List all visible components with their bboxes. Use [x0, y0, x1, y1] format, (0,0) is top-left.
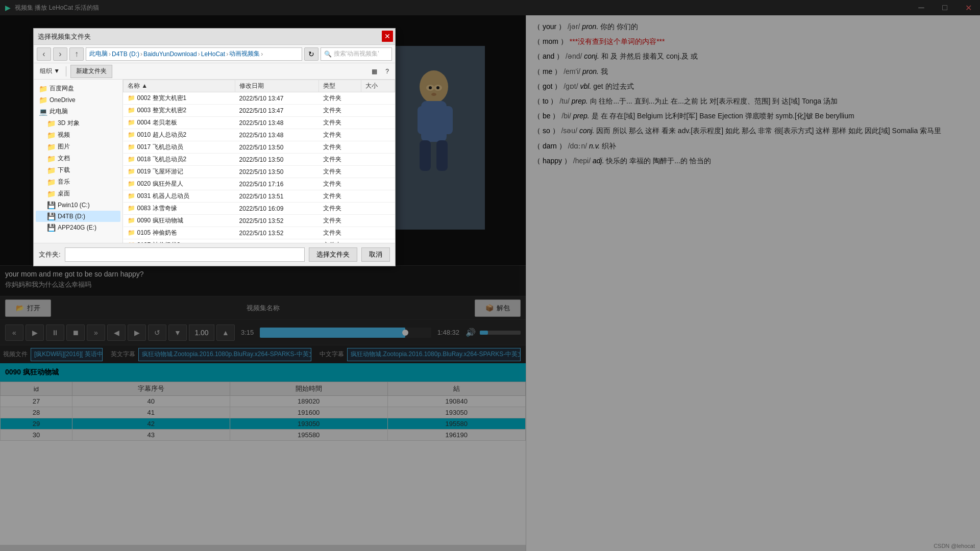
file-row[interactable]: 📁0083 冰雪奇缘 2022/5/10 16:09 文件夹 [124, 203, 395, 215]
toolbar-separator [66, 66, 66, 77]
file-date: 2022/5/10 13:52 [235, 239, 319, 243]
file-date: 2022/5/10 13:50 [235, 141, 319, 154]
col-size[interactable]: 大小 [361, 80, 395, 92]
file-date: 2022/5/10 16:09 [235, 203, 319, 215]
bc-drive[interactable]: D4TB (D:) [112, 51, 139, 58]
view-icon[interactable]: ▦ [370, 67, 379, 76]
tree-item[interactable]: 📁OneDrive [36, 94, 120, 106]
tree-icon: 📁 [39, 85, 47, 93]
tree-item[interactable]: 📁桌面 [36, 188, 120, 199]
tree-label: 桌面 [58, 189, 70, 198]
file-type: 文件夹 [319, 141, 361, 154]
file-list[interactable]: 名称 ▲ 修改日期 类型 大小 📁0002 整宽大机密1 2022/5/10 1… [123, 80, 395, 243]
dialog-body: 📁百度网盘📁OneDrive💻此电脑📁3D 对象📁视频📁图片📁文档📁下载📁音乐📁… [34, 80, 395, 243]
file-row[interactable]: 📁0019 飞屋环游记 2022/5/10 13:50 文件夹 [124, 166, 395, 178]
dialog-footer: 文件夹: 选择文件夹 取消 [34, 243, 395, 266]
tree-item[interactable]: 💾Pwin10 (C:) [36, 199, 120, 211]
tree-label: APP240G (E:) [58, 224, 96, 231]
dialog-toolbar: 组织 ▼ 新建文件夹 ▦ ? [34, 63, 395, 80]
file-size [361, 178, 395, 190]
bc-computer[interactable]: 此电脑 [89, 49, 108, 58]
tree-item[interactable]: 📁图片 [36, 141, 120, 153]
tree-icon: 📁 [47, 131, 56, 139]
file-row[interactable]: 📁0004 老贝老板 2022/5/10 13:48 文件夹 [124, 117, 395, 129]
bc-baidu[interactable]: BaiduYunDownload [143, 51, 197, 58]
tree-icon: 📁 [47, 119, 56, 128]
bc-lehocat[interactable]: LeHoCat [201, 51, 225, 58]
file-size [361, 166, 395, 178]
file-row[interactable]: 📁0031 机器人总动员 2022/5/10 13:51 文件夹 [124, 190, 395, 203]
tree-item[interactable]: 📁文档 [36, 153, 120, 164]
folder-select-dialog: 选择视频集文件夹 ✕ ‹ › ↑ 此电脑 › D4TB (D:) › Baidu… [33, 28, 396, 266]
file-size [361, 92, 395, 105]
file-date: 2022/5/10 13:52 [235, 215, 319, 227]
file-row[interactable]: 📁0002 整宽大机密1 2022/5/10 13:47 文件夹 [124, 92, 395, 105]
col-name[interactable]: 名称 ▲ [124, 80, 235, 92]
select-folder-button[interactable]: 选择文件夹 [309, 247, 357, 262]
tree-icon: 📁 [47, 143, 56, 151]
nav-back-button[interactable]: ‹ [37, 47, 51, 61]
file-size [361, 239, 395, 243]
tree-icon: 💾 [47, 212, 56, 220]
file-date: 2022/5/10 13:47 [235, 92, 319, 105]
tree-icon: 💾 [47, 223, 56, 232]
tree-item[interactable]: 📁下载 [36, 164, 120, 176]
file-type: 文件夹 [319, 92, 361, 105]
file-row[interactable]: 📁0020 疯狂外星人 2022/5/10 17:16 文件夹 [124, 178, 395, 190]
col-date[interactable]: 修改日期 [235, 80, 319, 92]
refresh-button[interactable]: ↻ [304, 47, 318, 61]
tree-item[interactable]: 📁3D 对象 [36, 117, 120, 129]
tree-label: 图片 [58, 142, 70, 151]
nav-up-button[interactable]: ↑ [69, 47, 84, 61]
dialog-overlay: 选择视频集文件夹 ✕ ‹ › ↑ 此电脑 › D4TB (D:) › Baidu… [0, 0, 980, 551]
search-box[interactable]: 🔍 搜索'动画视频集' [321, 47, 392, 61]
file-date: 2022/5/10 13:47 [235, 105, 319, 117]
new-folder-button[interactable]: 新建文件夹 [70, 65, 112, 78]
tree-label: D4TB (D:) [58, 213, 85, 220]
search-placeholder: 搜索'动画视频集' [334, 49, 379, 58]
file-row[interactable]: 📁0017 飞机总动员 2022/5/10 13:50 文件夹 [124, 141, 395, 154]
file-type: 文件夹 [319, 105, 361, 117]
file-row[interactable]: 📁0003 整宽大机密2 2022/5/10 13:47 文件夹 [124, 105, 395, 117]
tree-item[interactable]: 📁百度网盘 [36, 83, 120, 94]
tree-item[interactable]: 💻此电脑 [36, 106, 120, 117]
file-name: 📁0031 机器人总动员 [124, 190, 235, 203]
tree-item[interactable]: 💾APP240G (E:) [36, 222, 120, 233]
tree-icon: 💻 [39, 108, 47, 116]
cancel-button[interactable]: 取消 [361, 247, 390, 262]
dialog-close-button[interactable]: ✕ [382, 31, 393, 42]
file-size [361, 190, 395, 203]
file-row[interactable]: 📁0105 神偷奶爸 2022/5/10 13:52 文件夹 [124, 227, 395, 239]
filename-label: 文件夹: [39, 250, 61, 259]
col-type[interactable]: 类型 [319, 80, 361, 92]
dialog-nav: ‹ › ↑ 此电脑 › D4TB (D:) › BaiduYunDownload… [34, 45, 395, 63]
file-row[interactable]: 📁0090 疯狂动物城 2022/5/10 13:52 文件夹 [124, 215, 395, 227]
organize-button[interactable]: 组织 ▼ [38, 66, 62, 77]
bc-video[interactable]: 动画视频集 [229, 49, 260, 58]
tree-item[interactable]: 💾D4TB (D:) [36, 211, 120, 222]
file-type: 文件夹 [319, 178, 361, 190]
file-name: 📁0002 整宽大机密1 [124, 92, 235, 105]
file-row[interactable]: 📁0018 飞机总动员2 2022/5/10 13:50 文件夹 [124, 154, 395, 166]
breadcrumb: 此电脑 › D4TB (D:) › BaiduYunDownload › LeH… [89, 49, 263, 58]
file-row[interactable]: 📁0107 神偷奶爸3 2022/5/10 13:52 文件夹 [124, 239, 395, 243]
file-date: 2022/5/10 13:48 [235, 117, 319, 129]
help-button[interactable]: ? [383, 67, 391, 76]
file-type: 文件夹 [319, 203, 361, 215]
file-size [361, 141, 395, 154]
file-type: 文件夹 [319, 190, 361, 203]
file-table: 名称 ▲ 修改日期 类型 大小 📁0002 整宽大机密1 2022/5/10 1… [123, 80, 395, 243]
file-row[interactable]: 📁0010 超人总动员2 2022/5/10 13:48 文件夹 [124, 129, 395, 141]
file-name: 📁0090 疯狂动物城 [124, 215, 235, 227]
file-date: 2022/5/10 17:16 [235, 178, 319, 190]
dialog-title: 选择视频集文件夹 [38, 32, 91, 41]
tree-label: OneDrive [50, 96, 76, 104]
tree-item[interactable]: 📁视频 [36, 129, 120, 141]
file-size [361, 227, 395, 239]
file-date: 2022/5/10 13:50 [235, 166, 319, 178]
filename-input[interactable] [65, 247, 305, 262]
tree-icon: 📁 [47, 190, 56, 198]
nav-forward-button[interactable]: › [53, 47, 67, 61]
address-bar[interactable]: 此电脑 › D4TB (D:) › BaiduYunDownload › LeH… [86, 47, 302, 61]
tree-item[interactable]: 📁音乐 [36, 176, 120, 188]
